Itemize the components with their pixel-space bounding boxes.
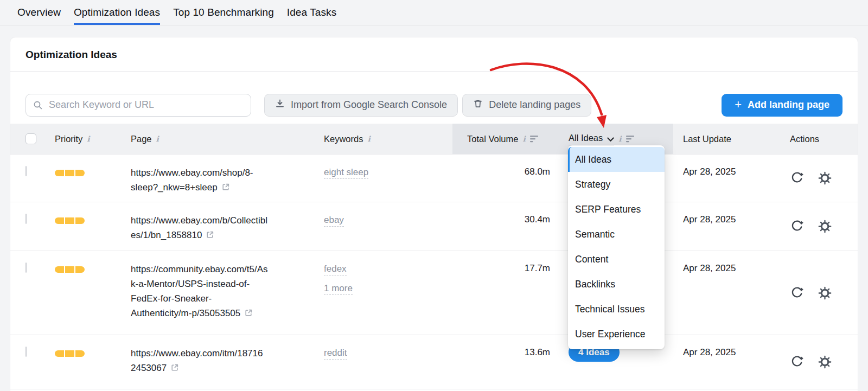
keyword-link[interactable]: eight sleep	[324, 166, 368, 179]
search-box	[25, 94, 251, 117]
dropdown-item-user-experience[interactable]: User Experience	[568, 322, 665, 347]
tab-overview[interactable]: Overview	[17, 0, 61, 25]
table-row: https://www.ebay.com/itm/18716 2453067 r…	[10, 335, 858, 389]
dropdown-item-all-ideas[interactable]: All Ideas	[568, 147, 665, 172]
row-checkbox[interactable]	[25, 262, 27, 273]
refresh-icon[interactable]	[790, 171, 803, 185]
refresh-icon[interactable]	[790, 355, 803, 369]
ideas-info-icon[interactable]: i	[618, 135, 621, 143]
delete-landing-pages-button[interactable]: Delete landing pages	[462, 94, 591, 117]
total-volume-value: 68.0m	[452, 155, 550, 202]
settings-gear-icon[interactable]	[818, 220, 832, 233]
add-landing-page-label: Add landing page	[748, 99, 829, 111]
settings-gear-icon[interactable]	[818, 355, 832, 369]
keyword-link[interactable]: fedex	[324, 263, 347, 275]
keywords-info-icon[interactable]: i	[367, 135, 370, 143]
last-update-value: Apr 28, 2025	[673, 202, 782, 251]
row-checkbox[interactable]	[25, 347, 27, 357]
chevron-down-icon	[607, 134, 614, 144]
last-update-value: Apr 28, 2025	[673, 155, 782, 202]
table-row: https://community.ebay.com/t5/As k-a-Men…	[10, 251, 858, 335]
total-volume-value: 30.4m	[452, 202, 550, 251]
actions-column-header: Actions	[790, 134, 819, 144]
trash-icon	[473, 99, 483, 111]
ideas-filter-dropdown: All Ideas Strategy SERP Features Semanti…	[568, 145, 665, 349]
page-url: https://www.ebay.com/itm/18716 2453067	[131, 335, 324, 389]
last-update-value: Apr 28, 2025	[673, 335, 782, 389]
tab-idea-tasks[interactable]: Idea Tasks	[287, 0, 336, 25]
external-link-icon[interactable]	[170, 362, 179, 376]
priority-indicator	[55, 266, 131, 273]
settings-gear-icon[interactable]	[818, 286, 832, 300]
priority-indicator	[55, 217, 131, 224]
top-tab-bar: Overview Optimization Ideas Top 10 Bench…	[0, 0, 868, 25]
external-link-icon[interactable]	[221, 181, 230, 196]
search-input[interactable]	[25, 94, 251, 117]
dropdown-item-technical-issues[interactable]: Technical Issues	[568, 297, 665, 322]
page-info-icon[interactable]: i	[156, 135, 159, 143]
refresh-icon[interactable]	[790, 286, 803, 300]
settings-gear-icon[interactable]	[818, 171, 832, 185]
total-volume-sort-icon[interactable]	[530, 135, 539, 143]
dropdown-item-content[interactable]: Content	[568, 247, 665, 272]
dropdown-item-backlinks[interactable]: Backlinks	[568, 272, 665, 297]
dropdown-item-strategy[interactable]: Strategy	[568, 172, 665, 197]
table-bottom-divider	[10, 389, 858, 391]
page-url: https://community.ebay.com/t5/As k-a-Men…	[131, 251, 324, 335]
row-checkbox[interactable]	[25, 166, 27, 176]
total-volume-value: 17.7m	[452, 251, 550, 335]
table-row: https://www.ebay.com/b/Collectibl es/1/b…	[10, 202, 858, 251]
refresh-icon[interactable]	[790, 220, 803, 233]
total-volume-column-header: Total Volume	[467, 134, 518, 144]
last-update-column-header: Last Update	[683, 134, 731, 144]
panel-title: Optimization Ideas	[10, 37, 858, 72]
search-icon	[33, 100, 43, 112]
page-url: https://www.ebay.com/b/Collectibl es/1/b…	[131, 202, 324, 251]
row-checkbox[interactable]	[25, 214, 27, 224]
external-link-icon[interactable]	[206, 229, 214, 243]
optimization-ideas-panel: Optimization Ideas Import from Google Se…	[10, 37, 858, 391]
table-header-row: Priority i Page i Keywords i Total Volum…	[10, 124, 858, 154]
ideas-filter-trigger[interactable]: All Ideas	[569, 133, 614, 145]
keyword-link[interactable]: reddit	[324, 347, 347, 360]
plus-icon: +	[735, 99, 742, 111]
priority-indicator	[55, 350, 131, 357]
more-keywords-link[interactable]: 1 more	[324, 283, 353, 295]
priority-indicator	[55, 170, 131, 176]
toolbar: Import from Google Search Console Delete…	[10, 72, 858, 124]
delete-landing-pages-label: Delete landing pages	[489, 99, 580, 111]
tab-optimization-ideas[interactable]: Optimization Ideas	[74, 0, 160, 25]
priority-column-header: Priority	[55, 134, 82, 144]
last-update-value: Apr 28, 2025	[673, 251, 782, 335]
keywords-column-header: Keywords	[324, 134, 363, 144]
keyword-link[interactable]: ebay	[324, 214, 344, 227]
total-volume-info-icon[interactable]: i	[522, 135, 525, 143]
total-volume-value: 13.6m	[452, 335, 550, 389]
external-link-icon[interactable]	[244, 307, 253, 322]
import-gsc-label: Import from Google Search Console	[291, 99, 447, 111]
dropdown-item-semantic[interactable]: Semantic	[568, 222, 665, 247]
download-icon	[275, 99, 285, 111]
priority-info-icon[interactable]: i	[87, 135, 90, 143]
add-landing-page-button[interactable]: + Add landing page	[722, 94, 843, 117]
select-all-checkbox[interactable]	[25, 133, 36, 144]
table-row: https://www.ebay.com/shop/8- sleep?_nkw=…	[10, 154, 858, 202]
ideas-filter-value: All Ideas	[569, 133, 603, 143]
tab-top-10-benchmarking[interactable]: Top 10 Benchmarking	[173, 0, 274, 25]
import-gsc-button[interactable]: Import from Google Search Console	[264, 94, 458, 117]
page-url: https://www.ebay.com/shop/8- sleep?_nkw=…	[131, 155, 324, 202]
dropdown-item-serp-features[interactable]: SERP Features	[568, 197, 665, 222]
page-column-header: Page	[131, 134, 152, 144]
ideas-sort-icon[interactable]	[626, 135, 635, 143]
